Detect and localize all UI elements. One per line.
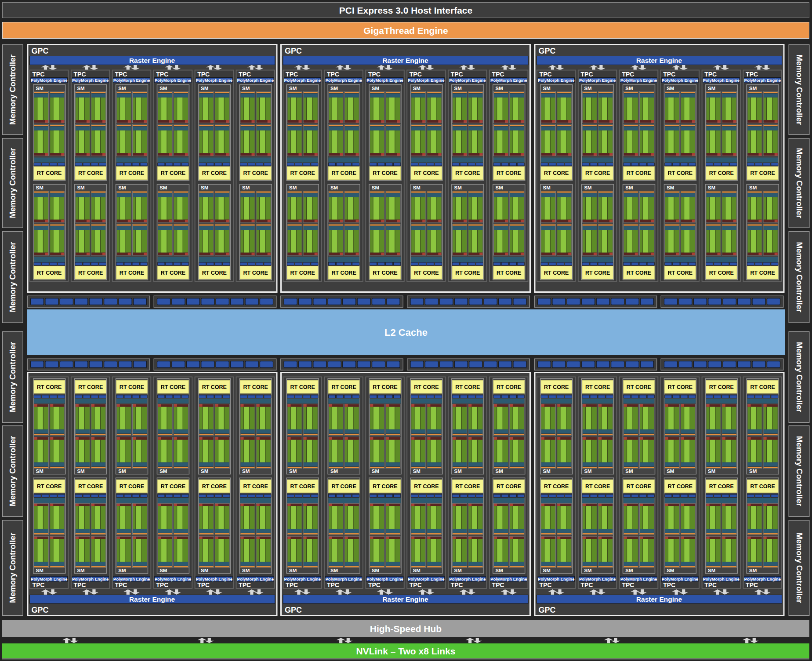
svg-text:Memory Controller: Memory Controller (8, 342, 17, 412)
svg-text:Memory Controller: Memory Controller (795, 54, 804, 125)
svg-text:Memory Controller: Memory Controller (8, 148, 17, 218)
svg-text:Memory Controller: Memory Controller (8, 242, 17, 312)
svg-text:NVLink – Two x8 Links: NVLink – Two x8 Links (356, 646, 456, 656)
svg-text:GigaThread Engine: GigaThread Engine (363, 25, 448, 36)
svg-text:L2 Cache: L2 Cache (384, 327, 428, 338)
svg-text:PCI Express 3.0 Host Interface: PCI Express 3.0 Host Interface (339, 5, 472, 15)
svg-text:Memory Controller: Memory Controller (8, 54, 17, 125)
svg-text:Memory Controller: Memory Controller (795, 148, 804, 218)
svg-text:Memory Controller: Memory Controller (8, 533, 17, 603)
svg-text:Memory Controller: Memory Controller (795, 342, 804, 412)
svg-text:Memory Controller: Memory Controller (795, 533, 804, 603)
svg-text:High-Speed Hub: High-Speed Hub (370, 624, 442, 634)
svg-text:Memory Controller: Memory Controller (795, 436, 804, 506)
svg-text:Memory Controller: Memory Controller (795, 242, 804, 312)
svg-text:Memory Controller: Memory Controller (8, 436, 17, 506)
